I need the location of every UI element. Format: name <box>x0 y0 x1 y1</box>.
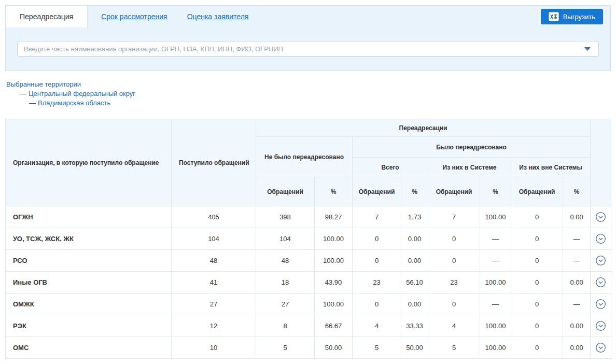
col-header-percent: % <box>563 177 591 206</box>
expand-row-button[interactable] <box>591 250 611 271</box>
value-cell: 1.73 <box>401 206 428 228</box>
organization-cell: ОМС <box>6 337 172 359</box>
territory-link-region[interactable]: Владимирская область <box>38 99 110 107</box>
col-header-received: Поступило обращений <box>172 119 256 206</box>
value-cell: — <box>563 228 591 250</box>
value-cell: 4 <box>353 315 401 337</box>
export-button-label: Выгрузить <box>563 13 595 21</box>
organization-search-input[interactable] <box>17 41 599 57</box>
value-cell: 12 <box>172 315 256 337</box>
value-cell: 100.00 <box>315 250 353 272</box>
value-cell: 7 <box>353 206 401 228</box>
page: Переадресация Срок рассмотрения Оценка з… <box>0 0 616 364</box>
value-cell: 5 <box>256 337 315 359</box>
table-row: РСО4848100.0000.000—0— <box>6 250 611 272</box>
expand-cell <box>591 228 611 250</box>
value-cell: 56.10 <box>401 272 428 293</box>
value-cell: 0 <box>511 272 563 293</box>
col-header-not-redirected: Не было переадресовано <box>256 137 353 177</box>
search-dropdown-caret-icon[interactable] <box>584 47 591 51</box>
organization-cell: ОМЖК <box>6 293 172 315</box>
expand-cell <box>591 337 611 359</box>
organization-cell: ОГЖН <box>6 206 172 228</box>
value-cell: 0.00 <box>563 315 591 337</box>
value-cell: 50.00 <box>315 337 353 359</box>
territory-link-federal-district[interactable]: Центральный федеральный округ <box>29 90 135 97</box>
table-row: РЭК12866.67433.334100.0000.00 <box>6 315 611 337</box>
expand-cell <box>591 315 611 337</box>
value-cell: 7 <box>428 206 480 228</box>
value-cell: 0.00 <box>563 206 591 228</box>
value-cell: 104 <box>172 228 256 250</box>
value-cell: 23 <box>353 272 401 293</box>
col-header-percent: % <box>315 177 353 206</box>
value-cell: 0 <box>511 337 563 359</box>
col-header-percent: % <box>480 177 511 206</box>
value-cell: 0.00 <box>401 228 428 250</box>
value-cell: 0.00 <box>401 250 428 272</box>
value-cell: 0 <box>511 206 563 228</box>
value-cell: 98.27 <box>315 206 353 228</box>
chevron-down-circle-icon <box>595 212 606 222</box>
value-cell: 0 <box>353 293 401 315</box>
territory-dash: — <box>20 90 26 97</box>
value-cell: 0 <box>353 250 401 272</box>
tab-redirection[interactable]: Переадресация <box>6 6 88 27</box>
value-cell: 0 <box>511 228 563 250</box>
chevron-down-circle-icon <box>595 299 606 310</box>
value-cell: 10 <box>172 337 256 359</box>
expand-row-button[interactable] <box>591 272 611 293</box>
value-cell: 48 <box>172 250 256 272</box>
value-cell: 100.00 <box>480 272 511 293</box>
expand-row-button[interactable] <box>591 315 611 337</box>
value-cell: 4 <box>428 315 480 337</box>
territories-title[interactable]: Выбранные территории <box>6 80 81 88</box>
value-cell: 5 <box>428 337 480 359</box>
value-cell: 43.90 <box>315 272 353 293</box>
selected-territories: Выбранные территории —Центральный федера… <box>6 80 611 108</box>
chevron-down-circle-icon <box>595 320 606 331</box>
col-header-total: Всего <box>353 158 428 177</box>
expand-cell <box>591 250 611 272</box>
value-cell: 100.00 <box>480 206 511 228</box>
col-header-organization: Организация, в которую поступило обращен… <box>6 119 172 206</box>
territory-dash: — <box>29 99 36 107</box>
value-cell: 100.00 <box>480 315 511 337</box>
table-row: УО, ТСЖ, ЖСК, ЖК104104100.0000.000—0— <box>6 228 611 250</box>
chevron-down-circle-icon <box>595 277 606 288</box>
table-row: ОМС10550.00550.005100.0000.00 <box>6 337 611 359</box>
value-cell: 398 <box>256 206 315 228</box>
value-cell: 0 <box>353 228 401 250</box>
organization-cell: Иные ОГВ <box>6 272 172 293</box>
value-cell: 100.00 <box>480 337 511 359</box>
table-body: ОГЖН40539898.2771.737100.0000.00УО, ТСЖ,… <box>6 206 611 359</box>
value-cell: 50.00 <box>401 337 428 359</box>
value-cell: — <box>563 293 591 315</box>
organization-cell: РЭК <box>6 315 172 337</box>
expand-row-button[interactable] <box>591 293 611 315</box>
expand-row-button[interactable] <box>591 228 611 249</box>
export-button[interactable]: Выгрузить <box>541 9 603 24</box>
col-header-in-system: Из них в Системе <box>428 158 511 177</box>
col-header-outside-system: Из них вне Системы <box>511 158 591 177</box>
col-header-expand <box>591 119 611 206</box>
col-header-appeals: Обращений <box>428 177 480 206</box>
table-header: Организация, в которую поступило обращен… <box>6 119 611 206</box>
filter-panel: Переадресация Срок рассмотрения Оценка з… <box>5 5 611 71</box>
col-header-appeals: Обращений <box>511 177 563 206</box>
value-cell: 5 <box>353 337 401 359</box>
organization-cell: УО, ТСЖ, ЖСК, ЖК <box>6 228 172 250</box>
value-cell: 0.00 <box>563 337 591 359</box>
value-cell: 0 <box>511 250 563 272</box>
value-cell: 0 <box>428 293 480 315</box>
tab-bar: Переадресация Срок рассмотрения Оценка з… <box>6 6 610 27</box>
value-cell: 27 <box>172 293 256 315</box>
tab-applicant-rating[interactable]: Оценка заявителя <box>187 6 249 27</box>
chevron-down-circle-icon <box>595 342 606 353</box>
tab-review-period[interactable]: Срок рассмотрения <box>101 6 167 27</box>
value-cell: 41 <box>172 272 256 293</box>
expand-row-button[interactable] <box>591 206 611 228</box>
chevron-down-circle-icon <box>595 233 606 244</box>
expand-row-button[interactable] <box>591 337 611 358</box>
value-cell: — <box>480 228 511 250</box>
